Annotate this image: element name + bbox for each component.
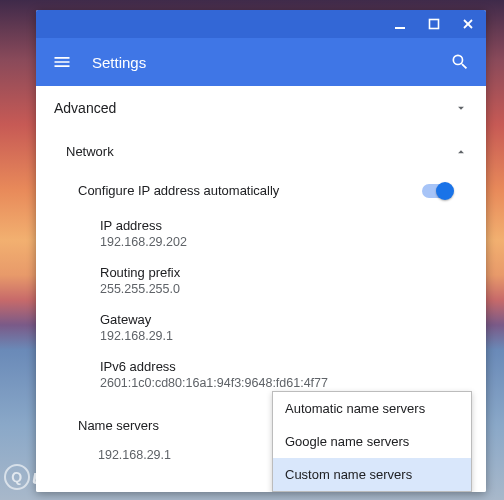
- field-value: 192.168.29.1: [100, 329, 456, 343]
- field-value: 255.255.255.0: [100, 282, 456, 296]
- field-label: IPv6 address: [100, 359, 456, 374]
- field-gateway: Gateway 192.168.29.1: [78, 306, 456, 353]
- field-value: 192.168.29.202: [100, 235, 456, 249]
- chevron-up-icon: [454, 145, 468, 159]
- maximize-button[interactable]: [422, 12, 446, 36]
- name-servers-dropdown: Automatic name servers Google name serve…: [272, 391, 472, 492]
- field-routing-prefix: Routing prefix 255.255.255.0: [78, 259, 456, 306]
- minimize-button[interactable]: [388, 12, 412, 36]
- app-bar: Settings: [36, 38, 486, 86]
- field-ip-address: IP address 192.168.29.202: [78, 212, 456, 259]
- field-label: IP address: [100, 218, 456, 233]
- maximize-icon: [428, 18, 440, 30]
- svg-rect-0: [395, 27, 405, 29]
- settings-window: Settings Advanced Network Configure IP a…: [36, 10, 486, 492]
- configure-ip-row: Configure IP address automatically: [78, 173, 456, 212]
- svg-rect-1: [430, 20, 439, 29]
- section-network[interactable]: Network: [36, 130, 486, 173]
- field-label: Gateway: [100, 312, 456, 327]
- chevron-down-icon: [454, 101, 468, 115]
- watermark-logo-icon: Q: [4, 464, 30, 490]
- network-body: Configure IP address automatically IP ad…: [36, 173, 486, 400]
- close-icon: [462, 18, 474, 30]
- section-advanced[interactable]: Advanced: [36, 86, 486, 130]
- window-titlebar: [36, 10, 486, 38]
- dropdown-option-automatic[interactable]: Automatic name servers: [273, 392, 471, 425]
- section-label: Advanced: [54, 100, 116, 116]
- hamburger-icon[interactable]: [52, 52, 72, 72]
- field-value: 2601:1c0:cd80:16a1:94f3:9648:fd61:4f77: [100, 376, 456, 390]
- section-label: Network: [66, 144, 114, 159]
- configure-ip-label: Configure IP address automatically: [78, 183, 279, 198]
- field-label: Routing prefix: [100, 265, 456, 280]
- dropdown-option-google[interactable]: Google name servers: [273, 425, 471, 458]
- configure-ip-toggle[interactable]: [422, 184, 452, 198]
- minimize-icon: [394, 18, 406, 30]
- close-button[interactable]: [456, 12, 480, 36]
- dropdown-option-custom[interactable]: Custom name servers: [273, 458, 471, 491]
- content-area: Advanced Network Configure IP address au…: [36, 86, 486, 492]
- page-title: Settings: [92, 54, 430, 71]
- toggle-knob: [436, 182, 454, 200]
- name-servers-label: Name servers: [78, 418, 159, 433]
- search-icon[interactable]: [450, 52, 470, 72]
